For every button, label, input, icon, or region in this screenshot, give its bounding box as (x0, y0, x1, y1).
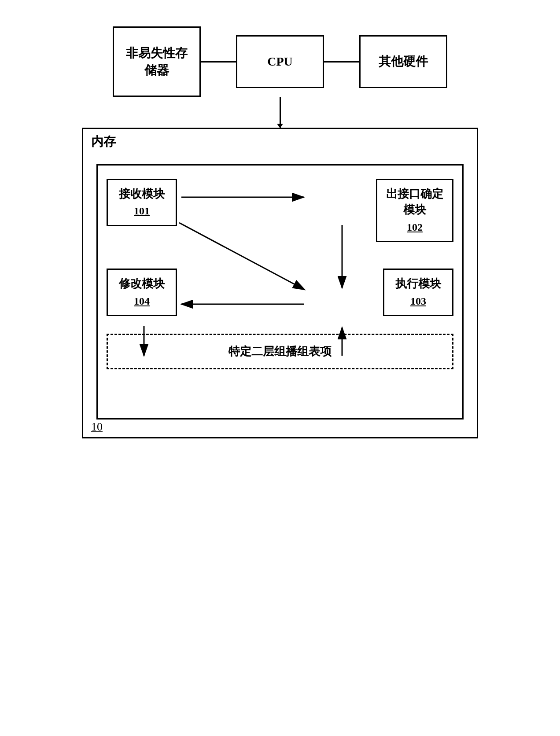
exec-module-id: 103 (410, 294, 426, 309)
memory-label: 内存 (91, 133, 116, 150)
connector-nvm-cpu (201, 61, 236, 63)
module-row-top: 接收模块 101 出接口确定 模块 102 (107, 179, 453, 242)
modify-module-label: 修改模块 (119, 276, 165, 292)
outport-module-box: 出接口确定 模块 102 (376, 179, 453, 242)
connector-cpu-other (324, 61, 359, 63)
exec-module-label: 执行模块 (395, 276, 441, 292)
other-hardware-box: 其他硬件 (359, 35, 447, 88)
nvm-label: 非易失性存 储器 (126, 44, 188, 79)
memory-box: 内存 10 接收模块 101 出接口确定 模块 102 (82, 128, 478, 438)
cpu-label: CPU (267, 53, 293, 70)
modify-module-box: 修改模块 104 (107, 269, 177, 316)
exec-module-box: 执行模块 103 (383, 269, 453, 316)
inner-bordered-area: 接收模块 101 出接口确定 模块 102 修改模块 104 执行模 (96, 164, 464, 420)
dashed-box-label: 特定二层组播组表项 (228, 345, 332, 358)
module-row-bottom: 修改模块 104 执行模块 103 (107, 269, 453, 316)
outport-module-label: 出接口确定 模块 (386, 186, 443, 218)
receive-module-box: 接收模块 101 (107, 179, 177, 226)
v-connector-cpu-memory (280, 97, 281, 128)
receive-module-id: 101 (134, 204, 150, 219)
memory-id: 10 (91, 420, 103, 434)
receive-module-label: 接收模块 (119, 186, 165, 202)
dashed-table-box: 特定二层组播组表项 (107, 334, 453, 369)
nvm-box: 非易失性存 储器 (113, 26, 201, 97)
cpu-box: CPU (236, 35, 324, 88)
modify-module-id: 104 (134, 294, 150, 309)
inner-area: 接收模块 101 出接口确定 模块 102 修改模块 104 执行模 (96, 164, 464, 420)
other-hardware-label: 其他硬件 (379, 53, 428, 70)
outport-module-id: 102 (407, 220, 423, 235)
